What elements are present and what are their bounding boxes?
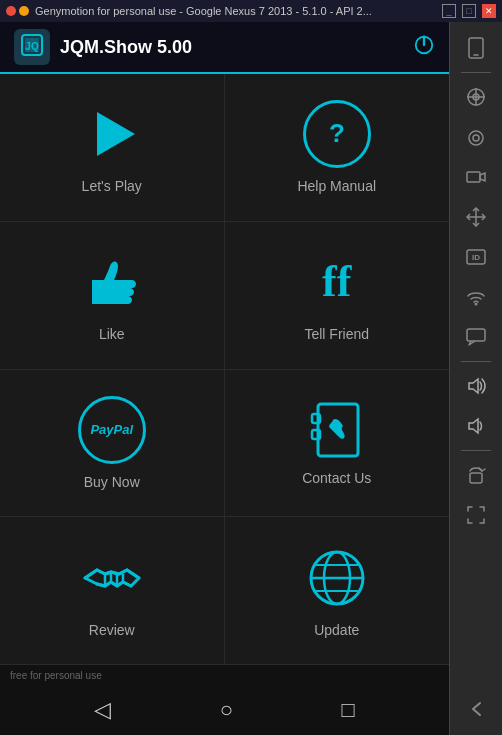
sidebar-divider-3	[461, 450, 491, 451]
volume-down-icon[interactable]	[458, 408, 494, 444]
contact-us-item[interactable]: Contact Us	[225, 370, 450, 518]
ff-icon: ff	[303, 248, 371, 316]
sidebar-divider-1	[461, 72, 491, 73]
svg-rect-7	[312, 414, 320, 423]
phone-sidebar-icon[interactable]	[458, 30, 494, 66]
handshake-icon	[78, 544, 146, 612]
camera-sidebar-icon[interactable]	[458, 119, 494, 155]
review-item[interactable]: Review	[0, 517, 225, 665]
main-container: JQ JQM.Show 5.00 Let's Play	[0, 22, 502, 735]
bottom-nav: ◁ ○ □	[0, 685, 449, 735]
phone-screen: JQ JQM.Show 5.00 Let's Play	[0, 22, 449, 735]
svg-point-26	[469, 131, 483, 145]
free-label: free for personal use	[10, 670, 102, 681]
like-label: Like	[99, 326, 125, 342]
home-button[interactable]: ○	[220, 697, 233, 723]
tell-friend-item[interactable]: ff Tell Friend	[225, 222, 450, 370]
video-sidebar-icon[interactable]	[458, 159, 494, 195]
title-bar-buttons: _ □ ✕	[442, 4, 496, 18]
right-sidebar: ID	[449, 22, 502, 735]
svg-line-9	[85, 570, 97, 578]
volume-up-icon[interactable]	[458, 368, 494, 404]
svg-rect-28	[467, 172, 480, 182]
svg-rect-34	[467, 329, 485, 341]
contact-us-label: Contact Us	[302, 470, 371, 486]
svg-rect-8	[312, 430, 320, 439]
contact-icon	[307, 400, 367, 460]
svg-text:?: ?	[329, 118, 345, 148]
move-sidebar-icon[interactable]	[458, 199, 494, 235]
recent-button[interactable]: □	[341, 697, 354, 723]
svg-text:ID: ID	[472, 253, 480, 262]
buy-now-item[interactable]: PayPal Buy Now	[0, 370, 225, 518]
review-label: Review	[89, 622, 135, 638]
gps-sidebar-icon[interactable]	[458, 79, 494, 115]
update-label: Update	[314, 622, 359, 638]
play-icon	[78, 100, 146, 168]
app-title: JQM.Show 5.00	[60, 37, 413, 58]
free-label-bar: free for personal use	[0, 665, 449, 685]
globe-icon	[303, 544, 371, 612]
buy-now-label: Buy Now	[84, 474, 140, 490]
maximize-button[interactable]: □	[462, 4, 476, 18]
back-button[interactable]: ◁	[94, 697, 111, 723]
id-sidebar-icon[interactable]: ID	[458, 239, 494, 275]
help-icon: ?	[303, 100, 371, 168]
grid-content: Let's Play ? Help Manual	[0, 74, 449, 665]
svg-point-33	[475, 303, 478, 306]
wifi-sidebar-icon[interactable]	[458, 279, 494, 315]
back-arrow-icon[interactable]	[458, 691, 494, 727]
svg-text:JQ: JQ	[25, 41, 39, 52]
like-item[interactable]: Like	[0, 222, 225, 370]
minimize-button[interactable]: _	[442, 4, 456, 18]
svg-rect-35	[470, 473, 482, 483]
close-button[interactable]: ✕	[482, 4, 496, 18]
tell-friend-label: Tell Friend	[304, 326, 369, 342]
thumbs-up-icon	[78, 248, 146, 316]
lets-play-label: Let's Play	[82, 178, 142, 194]
sidebar-divider-2	[461, 361, 491, 362]
app-logo-icon: JQ	[20, 33, 44, 61]
chat-sidebar-icon[interactable]	[458, 319, 494, 355]
dot-yellow	[19, 6, 29, 16]
update-item[interactable]: Update	[225, 517, 450, 665]
lets-play-item[interactable]: Let's Play	[0, 74, 225, 222]
help-manual-label: Help Manual	[297, 178, 376, 194]
title-bar: Genymotion for personal use - Google Nex…	[0, 0, 502, 22]
svg-point-27	[473, 135, 479, 141]
rotate-sidebar-icon[interactable]	[458, 457, 494, 493]
help-manual-item[interactable]: ? Help Manual	[225, 74, 450, 222]
fullscreen-sidebar-icon[interactable]	[458, 497, 494, 533]
paypal-icon: PayPal	[78, 396, 146, 464]
app-logo: JQ	[14, 29, 50, 65]
title-bar-text: Genymotion for personal use - Google Nex…	[35, 5, 436, 17]
svg-line-10	[127, 570, 139, 578]
app-header: JQ JQM.Show 5.00	[0, 22, 449, 74]
dot-red	[6, 6, 16, 16]
power-icon[interactable]	[413, 34, 435, 61]
window-controls	[6, 6, 29, 16]
